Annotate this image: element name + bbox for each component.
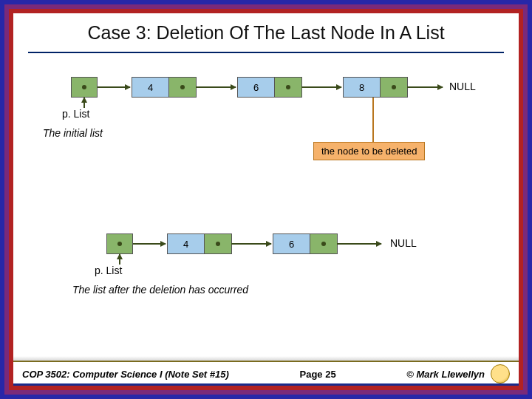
logo-icon: [491, 364, 510, 383]
title-underline: [28, 52, 504, 53]
list2-node: 4: [167, 233, 232, 254]
list1-node: 8: [343, 77, 408, 98]
node-value: 4: [132, 78, 169, 97]
vertical-arrow: [83, 98, 85, 108]
annotation-connector: [372, 98, 374, 142]
list1-node: 6: [237, 77, 302, 98]
list1-caption: The initial list: [43, 127, 103, 139]
arrow: [337, 243, 381, 245]
arrow: [133, 243, 166, 245]
arrow: [196, 86, 236, 88]
list2-head-label: p. List: [95, 265, 122, 276]
footer-bar: COP 3502: Computer Science I (Note Set #…: [13, 361, 519, 386]
arrow: [301, 86, 341, 88]
list1-head-box: [71, 77, 98, 98]
vertical-arrow: [119, 254, 120, 265]
node-value: 6: [238, 78, 275, 97]
list2-caption: The list after the deletion has occurred: [72, 284, 248, 296]
node-value: 6: [273, 234, 310, 253]
arrow: [407, 86, 443, 88]
list1-node: 4: [132, 77, 197, 98]
null-label: NULL: [449, 81, 476, 92]
node-value: 4: [168, 234, 205, 253]
footer-author: © Mark Llewellyn: [406, 369, 485, 380]
footer-page: Page 25: [300, 369, 336, 380]
list2-node: 6: [273, 233, 338, 254]
node-value: 8: [344, 78, 381, 97]
list1-head-label: p. List: [62, 108, 89, 120]
slide-title: Case 3: Deletion Of The Last Node In A L…: [13, 22, 519, 44]
footer-left: COP 3502: Computer Science I (Note Set #…: [22, 369, 229, 380]
null-label: NULL: [390, 237, 417, 249]
list2-head-box: [106, 233, 133, 254]
arrow: [231, 243, 271, 245]
annotation-box: the node to be deleted: [313, 142, 425, 160]
arrow: [98, 86, 130, 88]
